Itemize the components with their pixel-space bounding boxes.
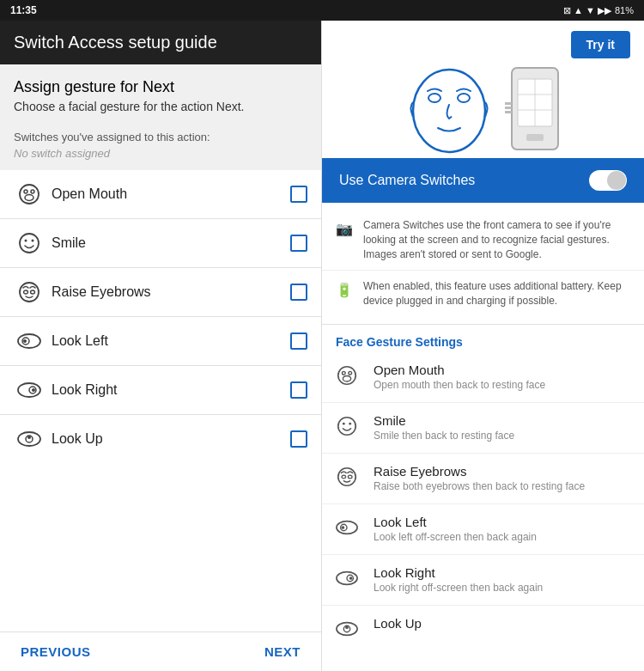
right-panel: Try it	[322, 21, 644, 671]
svg-point-1	[24, 190, 27, 193]
right-smile-icon	[336, 415, 367, 442]
gesture-item-look-right[interactable]: Look Right	[0, 366, 321, 415]
gesture-checkbox-look-left[interactable]	[290, 332, 307, 350]
open-mouth-icon	[14, 182, 45, 206]
gesture-item-look-up[interactable]: Look Up	[0, 415, 321, 463]
previous-button[interactable]: Previous	[21, 644, 91, 659]
svg-point-35	[338, 418, 355, 435]
look-up-icon	[14, 427, 45, 451]
look-left-icon	[14, 329, 45, 353]
right-gesture-raise-eyebrows[interactable]: Raise Eyebrows Raise both eyebrows then …	[322, 454, 644, 504]
right-gesture-text-raise-eyebrows: Raise Eyebrows Raise both eyebrows then …	[374, 464, 585, 492]
svg-point-12	[23, 339, 27, 343]
svg-point-3	[25, 195, 33, 201]
right-gesture-text-smile: Smile Smile then back to resting face	[374, 413, 514, 442]
raise-eyebrows-icon	[14, 280, 45, 304]
gesture-list: Open Mouth Smile	[0, 170, 321, 463]
phone-illustration	[505, 64, 565, 158]
gesture-checkbox-raise-eyebrows[interactable]	[290, 284, 307, 301]
main-layout: Switch Access setup guide Assign gesture…	[0, 21, 644, 671]
info-item-camera: 📷 Camera Switches use the front camera t…	[322, 210, 644, 271]
right-look-left-icon	[336, 516, 367, 544]
right-gesture-smile[interactable]: Smile Smile then back to resting face	[322, 403, 644, 454]
svg-point-49	[345, 625, 349, 629]
svg-point-32	[342, 371, 345, 375]
svg-point-36	[343, 423, 345, 425]
svg-point-40	[348, 475, 352, 479]
svg-point-39	[342, 475, 346, 479]
camera-switch-toggle[interactable]	[589, 170, 627, 191]
gesture-checkbox-look-right[interactable]	[290, 381, 307, 399]
gesture-item-open-mouth[interactable]: Open Mouth	[0, 170, 321, 219]
svg-point-19	[413, 70, 485, 152]
svg-point-37	[349, 423, 351, 425]
gesture-name-raise-eyebrows: Raise Eyebrows	[52, 284, 290, 300]
switches-assigned: Switches you've assigned to this action:…	[0, 120, 321, 170]
svg-point-9	[31, 290, 35, 294]
status-icons: ⊠ ▲ ▼ ▶▶ 81%	[563, 5, 634, 16]
svg-point-2	[31, 190, 34, 193]
right-gesture-desc-smile: Smile then back to resting face	[374, 430, 514, 442]
right-gesture-text-look-left: Look Left Look left off-screen then back…	[374, 515, 537, 543]
gesture-item-raise-eyebrows[interactable]: Raise Eyebrows	[0, 268, 321, 317]
toggle-knob	[607, 171, 626, 190]
svg-point-4	[20, 234, 39, 253]
switches-label: Switches you've assigned to this action:	[14, 131, 307, 143]
battery-info-icon: 🔋	[336, 281, 353, 300]
svg-point-33	[349, 371, 352, 375]
gesture-name-look-up: Look Up	[52, 431, 290, 447]
assign-subtitle: Choose a facial gesture for the action N…	[14, 100, 307, 113]
gesture-name-open-mouth: Open Mouth	[52, 186, 290, 202]
svg-point-38	[338, 468, 355, 485]
svg-point-6	[32, 240, 34, 242]
illustration-area: Try it	[322, 21, 644, 158]
svg-point-20	[428, 94, 440, 102]
svg-point-21	[458, 94, 470, 102]
right-gesture-desc-raise-eyebrows: Raise both eyebrows then back to resting…	[374, 480, 585, 492]
svg-rect-28	[505, 102, 512, 105]
network-icon: ⊠ ▲ ▼ ▶▶	[563, 5, 611, 16]
battery-info-text: When enabled, this feature uses addition…	[363, 279, 630, 308]
right-gesture-desc-look-right: Look right off-screen then back again	[374, 582, 543, 594]
gesture-name-look-right: Look Right	[52, 382, 290, 398]
right-gesture-look-up[interactable]: Look Up	[322, 606, 644, 656]
next-button[interactable]: Next	[264, 644, 301, 659]
right-look-up-icon	[336, 618, 367, 645]
right-gesture-name-look-up: Look Up	[374, 616, 422, 631]
gesture-checkbox-look-up[interactable]	[290, 430, 307, 448]
svg-point-8	[24, 290, 28, 294]
app-header: Switch Access setup guide	[0, 21, 321, 64]
svg-point-43	[342, 526, 345, 529]
gesture-checkbox-smile[interactable]	[290, 235, 307, 252]
camera-info-text: Camera Switches use the front camera to …	[363, 218, 630, 261]
right-gesture-text-look-up: Look Up	[374, 616, 422, 632]
gesture-item-smile[interactable]: Smile	[0, 219, 321, 268]
assign-section: Assign gesture for Next Choose a facial …	[0, 64, 321, 120]
try-it-button[interactable]: Try it	[571, 31, 630, 58]
info-item-battery: 🔋 When enabled, this feature uses additi…	[322, 271, 644, 317]
gesture-checkbox-open-mouth[interactable]	[290, 186, 307, 203]
svg-rect-27	[526, 134, 544, 141]
face-gesture-settings-header: Face Gesture Settings	[322, 325, 644, 352]
right-gesture-look-left[interactable]: Look Left Look left off-screen then back…	[322, 504, 644, 555]
camera-info-icon: 📷	[336, 220, 353, 239]
svg-point-7	[20, 283, 39, 302]
right-gesture-name-smile: Smile	[374, 413, 514, 428]
app-title: Switch Access setup guide	[14, 33, 217, 52]
gesture-item-look-left[interactable]: Look Left	[0, 317, 321, 366]
right-gesture-desc-open-mouth: Open mouth then back to resting face	[374, 379, 545, 391]
right-gesture-name-raise-eyebrows: Raise Eyebrows	[374, 464, 585, 479]
right-look-right-icon	[336, 567, 367, 595]
left-footer: Previous Next	[0, 631, 321, 671]
right-gesture-open-mouth[interactable]: Open Mouth Open mouth then back to resti…	[322, 352, 644, 403]
right-gesture-look-right[interactable]: Look Right Look right off-screen then ba…	[322, 555, 644, 606]
camera-switch-bar[interactable]: Use Camera Switches	[322, 158, 644, 203]
right-gesture-name-open-mouth: Open Mouth	[374, 363, 545, 377]
status-time: 11:35	[10, 4, 37, 16]
info-section: 📷 Camera Switches use the front camera t…	[322, 203, 644, 325]
svg-point-46	[349, 576, 353, 580]
svg-point-18	[27, 436, 31, 439]
camera-switch-label: Use Camera Switches	[339, 173, 475, 188]
status-bar: 11:35 ⊠ ▲ ▼ ▶▶ 81%	[0, 0, 644, 21]
no-switch-text: No switch assigned	[14, 147, 307, 160]
